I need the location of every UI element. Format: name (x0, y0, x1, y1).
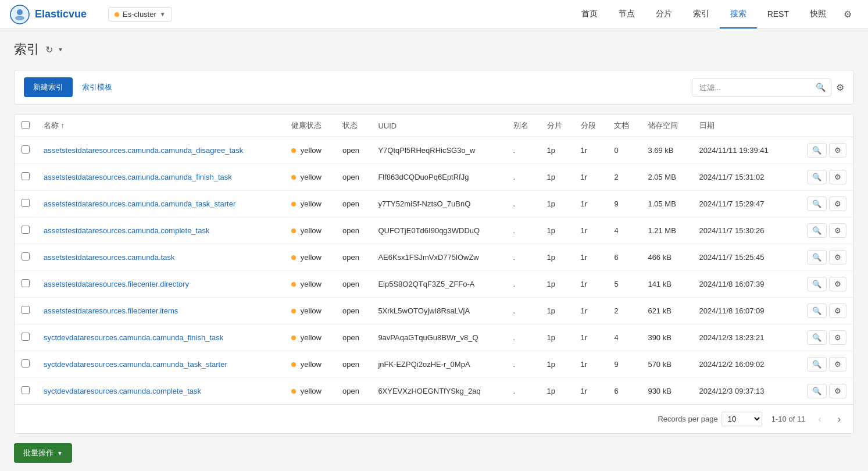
filter-input[interactable] (692, 78, 831, 97)
status-cell-1: open (335, 164, 371, 191)
segments-cell-3: 1r (574, 217, 608, 244)
alias-cell-5: . (506, 271, 540, 298)
table-row: assetstestdataresources.camunda.task yel… (15, 244, 853, 271)
index-settings-btn-8[interactable]: ⚙ (829, 357, 846, 372)
nav-rest[interactable]: REST (757, 1, 799, 28)
index-settings-btn-5[interactable]: ⚙ (829, 277, 846, 291)
uuid-cell-0: Y7QtqPl5RHeqRHicSG3o_w (371, 137, 506, 164)
next-page-button[interactable]: › (834, 413, 844, 426)
date-cell-0: 2024/11/11 19:39:41 (692, 137, 789, 164)
actions-cell-8: 🔍 ⚙ (796, 357, 846, 372)
index-settings-btn-7[interactable]: ⚙ (829, 330, 846, 345)
row-checkbox-7[interactable] (22, 333, 30, 341)
new-index-button[interactable]: 新建索引 (24, 77, 73, 97)
health-cell-4: yellow (291, 253, 328, 262)
health-label-9: yellow (301, 387, 322, 395)
settings-nav-icon[interactable]: ⚙ (837, 1, 859, 28)
index-settings-btn-0[interactable]: ⚙ (829, 143, 846, 158)
uuid-cell-3: QUFOTjE0Td6I90qg3WDDuQ (371, 217, 506, 244)
table-row: syctdevdataresources.camunda.complete_ta… (15, 378, 853, 405)
alias-cell-6: . (506, 298, 540, 324)
search-index-btn-9[interactable]: 🔍 (807, 384, 827, 398)
search-index-btn-3[interactable]: 🔍 (807, 223, 827, 238)
docs-cell-7: 4 (607, 324, 641, 351)
index-name-link-1[interactable]: assetstestdataresources.camunda.camunda_… (44, 173, 232, 181)
table-row: assetstestdataresources.camunda.camunda_… (15, 164, 853, 191)
index-name-link-8[interactable]: syctdevdataresources.camunda.camunda_tas… (44, 360, 227, 369)
row-checkbox-0[interactable] (22, 145, 30, 154)
search-index-btn-8[interactable]: 🔍 (807, 357, 827, 372)
row-checkbox-4[interactable] (22, 252, 30, 261)
index-name-link-6[interactable]: assetstestdataresources.filecenter.items (44, 306, 178, 315)
date-cell-8: 2024/12/2 16:09:02 (692, 351, 789, 378)
prev-page-button[interactable]: ‹ (815, 413, 824, 426)
date-cell-5: 2024/11/8 16:07:39 (692, 271, 789, 298)
docs-cell-3: 4 (607, 217, 641, 244)
row-checkbox-5[interactable] (22, 279, 30, 287)
col-docs: 文档 (607, 115, 641, 137)
index-settings-btn-2[interactable]: ⚙ (829, 197, 846, 211)
filter-search-icon: 🔍 (816, 83, 826, 92)
shards-cell-5: 1p (540, 271, 574, 298)
segments-cell-6: 1r (574, 298, 608, 324)
size-cell-7: 390 kB (641, 324, 692, 351)
index-settings-btn-6[interactable]: ⚙ (829, 304, 846, 318)
select-all-checkbox[interactable] (22, 121, 30, 129)
row-checkbox-1[interactable] (22, 172, 30, 180)
bulk-operations-button[interactable]: 批量操作 ▼ (14, 443, 72, 463)
search-index-btn-4[interactable]: 🔍 (807, 250, 827, 265)
search-index-btn-7[interactable]: 🔍 (807, 330, 827, 345)
index-name-link-9[interactable]: syctdevdataresources.camunda.complete_ta… (44, 387, 201, 395)
index-settings-btn-3[interactable]: ⚙ (829, 223, 846, 238)
search-index-btn-1[interactable]: 🔍 (807, 170, 827, 184)
index-settings-btn-4[interactable]: ⚙ (829, 250, 846, 265)
uuid-cell-2: y7TY52miSf-NztsO_7uBnQ (371, 191, 506, 217)
refresh-icon[interactable]: ↻ (45, 44, 53, 55)
nav-home[interactable]: 首页 (571, 1, 608, 28)
table-row: syctdevdataresources.camunda.camunda_tas… (15, 351, 853, 378)
index-name-link-2[interactable]: assetstestdataresources.camunda.camunda_… (44, 199, 235, 208)
status-cell-7: open (335, 324, 371, 351)
nav-nodes[interactable]: 节点 (608, 1, 645, 28)
row-checkbox-9[interactable] (22, 386, 30, 394)
index-settings-btn-1[interactable]: ⚙ (829, 170, 846, 184)
nav-search[interactable]: 搜索 (720, 1, 757, 28)
health-dot-6 (291, 309, 296, 313)
alias-cell-2: . (506, 191, 540, 217)
svg-point-2 (15, 16, 24, 20)
per-page-select[interactable]: 10 25 50 100 (721, 412, 762, 426)
logo-area: Elasticvue (9, 4, 102, 25)
header-dropdown-icon[interactable]: ▾ (59, 45, 62, 53)
health-cell-7: yellow (291, 333, 328, 342)
cluster-selector[interactable]: Es-cluster ▼ (108, 7, 172, 22)
index-name-link-7[interactable]: syctdevdataresources.camunda.camunda_fin… (44, 333, 223, 342)
table-settings-icon[interactable]: ⚙ (836, 82, 844, 93)
row-checkbox-3[interactable] (22, 226, 30, 234)
shards-cell-7: 1p (540, 324, 574, 351)
search-index-btn-5[interactable]: 🔍 (807, 277, 827, 291)
status-cell-8: open (335, 351, 371, 378)
shards-cell-0: 1p (540, 137, 574, 164)
nav-snapshot[interactable]: 快照 (799, 1, 837, 28)
col-health: 健康状态 (284, 115, 335, 137)
nav-indices[interactable]: 索引 (683, 1, 720, 28)
segments-cell-9: 1r (574, 378, 608, 405)
index-settings-btn-9[interactable]: ⚙ (829, 384, 846, 398)
search-index-btn-0[interactable]: 🔍 (807, 143, 827, 158)
index-name-link-4[interactable]: assetstestdataresources.camunda.task (44, 253, 174, 262)
index-name-link-0[interactable]: assetstestdataresources.camunda.camunda_… (44, 146, 243, 155)
search-index-btn-2[interactable]: 🔍 (807, 197, 827, 211)
row-checkbox-2[interactable] (22, 199, 30, 207)
cluster-dropdown-icon: ▼ (160, 11, 166, 17)
date-cell-9: 2024/12/3 09:37:13 (692, 378, 789, 405)
row-checkbox-8[interactable] (22, 359, 30, 367)
docs-cell-8: 9 (607, 351, 641, 378)
index-template-button[interactable]: 索引模板 (73, 77, 122, 97)
row-checkbox-6[interactable] (22, 306, 30, 314)
search-index-btn-6[interactable]: 🔍 (807, 304, 827, 318)
index-name-link-3[interactable]: assetstestdataresources.camunda.complete… (44, 226, 209, 235)
table-row: syctdevdataresources.camunda.camunda_fin… (15, 324, 853, 351)
col-name[interactable]: 名称 ↑ (37, 115, 284, 137)
nav-shards[interactable]: 分片 (645, 1, 683, 28)
index-name-link-5[interactable]: assetstestdataresources.filecenter.direc… (44, 280, 189, 288)
